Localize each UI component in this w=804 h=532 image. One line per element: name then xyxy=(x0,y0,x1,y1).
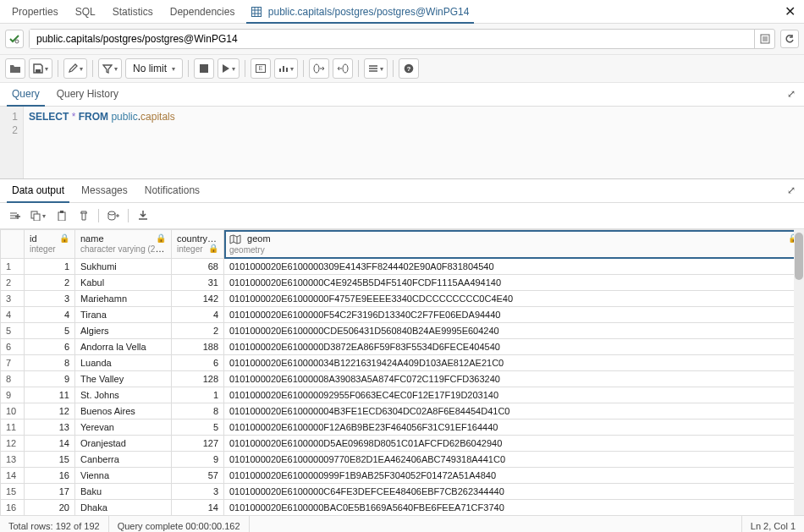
cell-rownum[interactable]: 14 xyxy=(1,468,25,484)
connection-filter-button[interactable] xyxy=(754,30,774,48)
cell-rownum[interactable]: 2 xyxy=(1,275,25,291)
cell-rownum[interactable]: 4 xyxy=(1,307,25,323)
cell-rownum[interactable]: 10 xyxy=(1,403,25,420)
save-dropdown-button[interactable]: ▾ xyxy=(29,58,52,79)
cell-rownum[interactable]: 5 xyxy=(1,323,25,339)
cell-name[interactable]: Buenos Aires xyxy=(75,403,172,420)
open-file-button[interactable] xyxy=(5,58,25,79)
tab-query-history[interactable]: Query History xyxy=(48,83,127,106)
scrollbar-thumb[interactable] xyxy=(795,233,803,280)
save-data-button[interactable] xyxy=(104,206,123,225)
cell-geom[interactable]: 0101000020E610000034B12216319424A409D103… xyxy=(224,355,804,371)
macros-dropdown-button[interactable]: ▾ xyxy=(364,58,388,79)
connection-status-button[interactable] xyxy=(5,30,24,48)
cell-name[interactable]: Dhaka xyxy=(75,500,172,515)
cell-geom[interactable]: 0101000020E6100000D3872EA86F59F83F5534D6… xyxy=(224,339,804,355)
cell-geom[interactable]: 0101000020E6100000F12A6B9BE23F464056F31C… xyxy=(224,420,804,436)
cell-id[interactable]: 2 xyxy=(25,275,75,291)
cell-name[interactable]: Kabul xyxy=(75,275,172,291)
cell-country-id[interactable]: 9 xyxy=(172,452,224,468)
paste-button[interactable] xyxy=(52,206,71,225)
tab-statistics[interactable]: Statistics xyxy=(104,1,162,23)
cell-id[interactable]: 8 xyxy=(25,355,75,371)
table-row[interactable]: 44Tirana40101000020E6100000F54C2F3196D13… xyxy=(1,307,804,323)
tab-notifications[interactable]: Notifications xyxy=(136,179,208,202)
tab-properties[interactable]: Properties xyxy=(3,1,67,23)
cell-name[interactable]: Algiers xyxy=(75,323,172,339)
cell-id[interactable]: 14 xyxy=(25,436,75,452)
cell-geom[interactable]: 0101000020E6100000CDE506431D560840B24AE9… xyxy=(224,323,804,339)
explain-analyze-button[interactable]: ▾ xyxy=(274,58,298,79)
expand-editor-button[interactable]: ⤢ xyxy=(782,83,801,106)
cell-geom[interactable]: 0101000020E6100000C64FE3DEFCEE48406EBF7C… xyxy=(224,484,804,500)
cell-country-id[interactable]: 188 xyxy=(172,339,224,355)
cell-name[interactable]: Sukhumi xyxy=(75,259,172,275)
cell-geom[interactable]: 0101000020E61000008A39083A5A874FC072C119… xyxy=(224,371,804,387)
cell-rownum[interactable]: 7 xyxy=(1,355,25,371)
cell-id[interactable]: 4 xyxy=(25,307,75,323)
cell-geom[interactable]: 0101000020E6100000D5AE09698D8051C01AFCFD… xyxy=(224,436,804,452)
help-button[interactable]: ? xyxy=(399,58,419,79)
cell-name[interactable]: Tirana xyxy=(75,307,172,323)
explain-button[interactable]: E xyxy=(251,58,271,79)
cell-name[interactable]: Andorra la Vella xyxy=(75,339,172,355)
col-country-id[interactable]: country_id🔒integer xyxy=(172,230,224,259)
cell-country-id[interactable]: 68 xyxy=(172,259,224,275)
cell-id[interactable]: 15 xyxy=(25,452,75,468)
cell-name[interactable]: Oranjestad xyxy=(75,436,172,452)
cell-id[interactable]: 12 xyxy=(25,403,75,420)
cell-name[interactable]: Canberra xyxy=(75,452,172,468)
table-row[interactable]: 911St. Johns10101000020E610000092955F066… xyxy=(1,387,804,403)
cell-country-id[interactable]: 127 xyxy=(172,436,224,452)
cell-rownum[interactable]: 9 xyxy=(1,387,25,403)
cell-rownum[interactable]: 1 xyxy=(1,259,25,275)
cell-rownum[interactable]: 11 xyxy=(1,420,25,436)
table-row[interactable]: 1012Buenos Aires80101000020E610000004B3F… xyxy=(1,403,804,420)
cell-rownum[interactable]: 8 xyxy=(1,371,25,387)
cell-geom[interactable]: 0101000020E61000000F4757E9EEEE3340CDCCCC… xyxy=(224,291,804,307)
grid-scrollbar[interactable] xyxy=(794,229,804,515)
stop-button[interactable] xyxy=(194,58,214,79)
table-row[interactable]: 33Mariehamn1420101000020E61000000F4757E9… xyxy=(1,291,804,307)
cell-country-id[interactable]: 31 xyxy=(172,275,224,291)
cell-id[interactable]: 13 xyxy=(25,420,75,436)
cell-geom[interactable]: 0101000020E6100000C4E9245B5D4F5140FCDF11… xyxy=(224,275,804,291)
execute-button[interactable]: ▾ xyxy=(218,58,240,79)
edit-dropdown-button[interactable]: ▾ xyxy=(63,58,87,79)
table-row[interactable]: 78Luanda60101000020E610000034B1221631942… xyxy=(1,355,804,371)
cell-id[interactable]: 3 xyxy=(25,291,75,307)
table-row[interactable]: 1416Vienna570101000020E6100000999F1B9AB2… xyxy=(1,468,804,484)
cell-country-id[interactable]: 6 xyxy=(172,355,224,371)
table-row[interactable]: 66Andorra la Vella1880101000020E6100000D… xyxy=(1,339,804,355)
tab-messages[interactable]: Messages xyxy=(73,179,136,202)
sql-editor[interactable]: 1 2 SELECT * FROM public.capitals xyxy=(0,107,804,179)
col-id[interactable]: id🔒integer xyxy=(25,230,75,259)
cell-country-id[interactable]: 2 xyxy=(172,323,224,339)
cell-geom[interactable]: 0101000020E610000092955F0663EC4EC0F12E17… xyxy=(224,387,804,403)
rows-limit-select[interactable]: No limit▾ xyxy=(125,58,183,79)
cell-name[interactable]: The Valley xyxy=(75,371,172,387)
cell-name[interactable]: St. Johns xyxy=(75,387,172,403)
cell-id[interactable]: 20 xyxy=(25,500,75,515)
download-button[interactable] xyxy=(134,206,152,225)
copy-button[interactable]: ▾ xyxy=(27,206,49,225)
cell-rownum[interactable]: 6 xyxy=(1,339,25,355)
table-row[interactable]: 1214Oranjestad1270101000020E6100000D5AE0… xyxy=(1,436,804,452)
cell-id[interactable]: 11 xyxy=(25,387,75,403)
cell-geom[interactable]: 0101000020E610000009770E82D1EA462406ABC7… xyxy=(224,452,804,468)
connection-input[interactable] xyxy=(30,30,754,48)
cell-country-id[interactable]: 5 xyxy=(172,420,224,436)
tab-sql[interactable]: SQL xyxy=(67,1,104,23)
close-tab-button[interactable]: ✕ xyxy=(779,3,801,19)
cell-country-id[interactable]: 142 xyxy=(172,291,224,307)
cell-id[interactable]: 1 xyxy=(25,259,75,275)
filter-button[interactable]: ▾ xyxy=(98,58,122,79)
table-row[interactable]: 1517Baku30101000020E6100000C64FE3DEFCEE4… xyxy=(1,484,804,500)
cell-country-id[interactable]: 8 xyxy=(172,403,224,420)
cell-rownum[interactable]: 16 xyxy=(1,500,25,515)
cell-country-id[interactable]: 4 xyxy=(172,307,224,323)
cell-id[interactable]: 5 xyxy=(25,323,75,339)
cell-id[interactable]: 6 xyxy=(25,339,75,355)
cell-name[interactable]: Yerevan xyxy=(75,420,172,436)
cell-rownum[interactable]: 13 xyxy=(1,452,25,468)
